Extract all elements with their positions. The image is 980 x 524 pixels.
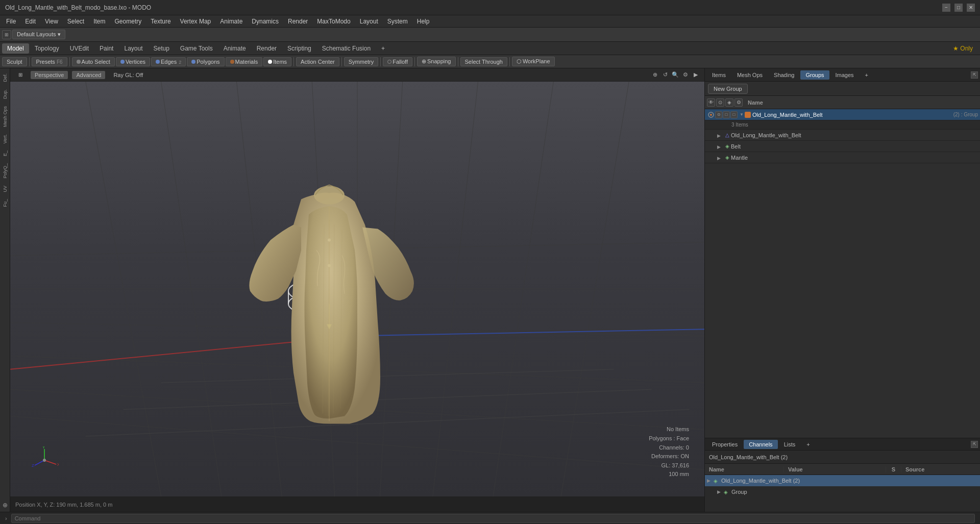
menu-animate[interactable]: Animate <box>216 17 247 26</box>
sidebar-tab-def[interactable]: Def. <box>2 70 9 85</box>
add-bottom-tab[interactable]: + <box>801 440 815 449</box>
sidebar-tab-vert[interactable]: Vert. <box>2 131 9 147</box>
symmetry-btn[interactable]: Symmetry <box>344 57 379 66</box>
tree-expand-btn3[interactable]: ▶ <box>717 154 725 161</box>
tab-scripting[interactable]: Scripting <box>282 43 316 54</box>
vp-icon1[interactable]: ⊕ <box>650 70 659 80</box>
tree-collapse-btn[interactable]: ▼ <box>739 112 745 118</box>
sidebar-bottom-icon[interactable]: ⊕ <box>2 498 9 512</box>
menu-file[interactable]: File <box>2 17 20 26</box>
polygons-btn[interactable]: Polygons <box>187 57 224 66</box>
menu-dynamics[interactable]: Dynamics <box>248 17 283 26</box>
tab-meshops[interactable]: Mesh Ops <box>732 70 768 80</box>
workplane-btn[interactable]: ⬡WorkPlane <box>512 57 555 66</box>
sidebar-tab-polyq[interactable]: PolyQ_ <box>2 160 9 182</box>
tab-schematic[interactable]: Schematic Fusion <box>317 43 376 54</box>
tree-expand-btn1[interactable]: ▶ <box>717 132 725 139</box>
vp-icon4[interactable]: ⚙ <box>681 70 690 80</box>
status-arrow[interactable]: › <box>5 515 7 521</box>
tree-item-mantle[interactable]: ▶ ◈ Mantle <box>705 152 980 163</box>
sidebar-tab-uv[interactable]: UV <box>2 183 9 195</box>
tree-lock-btn[interactable]: ⊙ <box>716 98 724 107</box>
add-tab-btn[interactable]: + <box>376 43 390 54</box>
tree-expand-btn2[interactable]: ▶ <box>717 143 725 150</box>
select-through-btn[interactable]: Select Through <box>460 57 507 66</box>
tab-layout[interactable]: Layout <box>119 43 148 54</box>
layout-dropdown[interactable]: Default Layouts ▾ <box>12 30 65 39</box>
command-input[interactable] <box>11 514 975 523</box>
tab-items[interactable]: Items <box>707 70 731 80</box>
menu-render[interactable]: Render <box>284 17 312 26</box>
tab-render[interactable]: Render <box>252 43 282 54</box>
perspective-btn[interactable]: Perspective <box>31 71 68 79</box>
menu-texture[interactable]: Texture <box>146 17 175 26</box>
tab-topology[interactable]: Topology <box>30 43 64 54</box>
tab-lists[interactable]: Lists <box>779 440 801 449</box>
materials-btn[interactable]: Materials <box>226 57 263 66</box>
menu-layout[interactable]: Layout <box>356 17 382 26</box>
tab-groups[interactable]: Groups <box>800 70 829 80</box>
maximize-button[interactable]: □ <box>954 4 963 12</box>
sidebar-tab-dup[interactable]: Dup. <box>2 86 9 102</box>
tab-channels[interactable]: Channels <box>744 440 777 449</box>
close-button[interactable]: ✕ <box>967 4 975 12</box>
vp-icon2[interactable]: ↺ <box>660 70 670 80</box>
tab-images[interactable]: Images <box>830 70 859 80</box>
star-only-btn[interactable]: ★ Only <box>948 43 978 54</box>
sidebar-tab-meshops[interactable]: Mesh Ops <box>2 103 9 130</box>
tree-item-group[interactable]: ⊙ □ □ ▼ Old_Long_Mantle_with_Belt (2) : … <box>705 109 980 120</box>
menu-geometry[interactable]: Geometry <box>111 17 146 26</box>
bottom-panel-expand[interactable]: ⇱ <box>971 441 978 448</box>
bottom-item-2[interactable]: ▶ ◈ Group <box>705 486 980 497</box>
tab-animate[interactable]: Animate <box>218 43 251 54</box>
tree-settings-btn[interactable]: ⚙ <box>734 98 743 107</box>
tree-item-belt[interactable]: ▶ ◈ Belt <box>705 141 980 152</box>
new-group-button[interactable]: New Group <box>708 84 748 94</box>
tree-render-sm-btn[interactable]: □ <box>730 111 738 118</box>
tree-item-mantle-belt[interactable]: ▶ △ Old_Long_Mantle_with_Belt <box>705 130 980 141</box>
minimize-button[interactable]: − <box>942 4 950 12</box>
tab-model[interactable]: Model <box>2 43 29 54</box>
menu-select[interactable]: Select <box>63 17 88 26</box>
snapping-btn[interactable]: ⊕Snapping <box>417 57 456 66</box>
sidebar-tab-fu[interactable]: Fu_ <box>2 196 9 210</box>
menu-edit[interactable]: Edit <box>21 17 40 26</box>
tab-setup[interactable]: Setup <box>148 43 174 54</box>
sidebar-tab-e[interactable]: E_ <box>2 147 9 159</box>
add-right-tab[interactable]: + <box>860 70 873 80</box>
menu-vertexmap[interactable]: Vertex Map <box>176 17 215 26</box>
vertices-btn[interactable]: Vertices <box>116 57 150 66</box>
menu-help[interactable]: Help <box>413 17 434 26</box>
auto-select-btn[interactable]: Auto Select <box>72 57 115 66</box>
tab-gametools[interactable]: Game Tools <box>175 43 218 54</box>
sculpt-btn[interactable]: Sculpt <box>2 57 27 66</box>
edges-btn[interactable]: Edges 2 <box>151 57 186 66</box>
tab-paint[interactable]: Paint <box>94 43 118 54</box>
tab-uvedit[interactable]: UVEdit <box>65 43 94 54</box>
tab-shading[interactable]: Shading <box>769 70 799 80</box>
menu-view[interactable]: View <box>41 17 62 26</box>
advanced-btn[interactable]: Advanced <box>72 71 105 79</box>
tree-vis-btn[interactable]: ⊙ <box>715 111 722 118</box>
tree-render-btn[interactable]: ◈ <box>725 98 733 107</box>
menu-item[interactable]: Item <box>89 17 109 26</box>
right-panel-expand[interactable]: ⇱ <box>971 71 978 79</box>
falloff-btn[interactable]: Falloff <box>383 57 412 66</box>
bottom-item1-arrow[interactable]: ▶ <box>707 478 710 483</box>
expand-viewport-btn[interactable]: ⊞ <box>14 71 27 79</box>
vp-icon3[interactable]: 🔍 <box>671 70 680 80</box>
tool-icon-btn[interactable]: ⊞ <box>2 30 11 39</box>
menu-system[interactable]: System <box>383 17 412 26</box>
tree-lock-sm-btn[interactable]: □ <box>723 111 730 118</box>
tab-properties[interactable]: Properties <box>707 440 743 449</box>
bottom-item2-arrow[interactable]: ▶ <box>717 489 721 494</box>
vp-icon5[interactable]: ▶ <box>691 70 700 80</box>
items-btn[interactable]: Items <box>263 57 291 66</box>
visibility-icon-group[interactable] <box>707 112 715 118</box>
bottom-item-1[interactable]: ▶ ◈ Old_Long_Mantle_with_Belt (2) <box>705 475 980 486</box>
tree-visibility-btn[interactable]: 👁 <box>707 98 715 107</box>
action-center-btn[interactable]: Action Center <box>296 57 339 66</box>
viewport[interactable]: ⊞ Perspective Advanced Ray GL: Off ⊕ ↺ 🔍… <box>10 68 704 512</box>
viewport-canvas[interactable]: No Items Polygons : Face Channels: 0 Def… <box>10 82 704 496</box>
menu-maxtomodo[interactable]: MaxToModo <box>313 17 354 26</box>
